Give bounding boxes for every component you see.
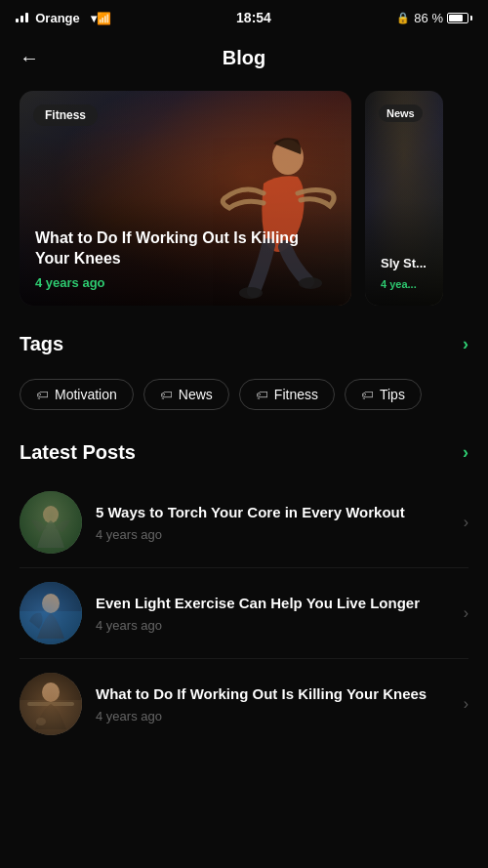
svg-rect-9 bbox=[20, 700, 82, 735]
post-3-time: 4 years ago bbox=[96, 709, 450, 723]
post-2-chevron-icon: › bbox=[464, 604, 468, 622]
tag-news[interactable]: 🏷 News bbox=[143, 379, 229, 410]
svg-rect-10 bbox=[27, 702, 74, 706]
card-1-title: What to Do If Working Out Is Killing You… bbox=[35, 228, 336, 269]
post-1-time: 4 years ago bbox=[96, 527, 450, 542]
svg-point-4 bbox=[43, 506, 59, 523]
svg-point-7 bbox=[42, 594, 60, 613]
featured-cards-scroll[interactable]: Fitness What to Do If Working Out Is Kil… bbox=[0, 81, 488, 315]
tag-news-label: News bbox=[179, 387, 213, 402]
page-header: ← Blog bbox=[0, 35, 488, 81]
post-item-2[interactable]: Even Light Exercise Can Help You Live Lo… bbox=[20, 568, 468, 659]
post-1-title: 5 Ways to Torch Your Core in Every Worko… bbox=[96, 503, 450, 522]
battery-icon bbox=[447, 13, 472, 23]
card-1-tag: Fitness bbox=[33, 104, 98, 126]
tag-tips[interactable]: 🏷 Tips bbox=[345, 379, 422, 410]
svg-point-12 bbox=[36, 718, 46, 725]
tags-section-header: Tags › bbox=[20, 333, 468, 355]
post-2-time: 4 years ago bbox=[96, 618, 450, 633]
tag-fitness[interactable]: 🏷 Fitness bbox=[239, 379, 335, 410]
latest-posts-section: Latest Posts › bbox=[0, 424, 488, 464]
svg-point-5 bbox=[20, 582, 82, 644]
wifi-icon: ▾📶 bbox=[91, 12, 111, 25]
post-3-thumb-svg bbox=[20, 673, 82, 735]
svg-point-3 bbox=[20, 491, 82, 554]
tag-motivation-icon: 🏷 bbox=[36, 388, 49, 402]
card-1-content: What to Do If Working Out Is Killing You… bbox=[35, 228, 336, 290]
status-bar: Orange ▾📶 18:54 🔒 86 % bbox=[0, 0, 488, 35]
tag-tips-label: Tips bbox=[380, 387, 405, 402]
featured-card-1[interactable]: Fitness What to Do If Working Out Is Kil… bbox=[20, 91, 351, 306]
post-2-thumbnail bbox=[20, 582, 82, 644]
card-2-content: Sly St... 4 yea... bbox=[381, 256, 427, 290]
post-1-info: 5 Ways to Torch Your Core in Every Worko… bbox=[96, 503, 450, 542]
post-2-info: Even Light Exercise Can Help You Live Lo… bbox=[96, 594, 450, 633]
tag-fitness-icon: 🏷 bbox=[256, 388, 268, 402]
battery-area: 🔒 86 % bbox=[396, 11, 472, 25]
card-2-title: Sly St... bbox=[381, 256, 427, 272]
post-3-info: What to Do If Working Out Is Killing You… bbox=[96, 684, 450, 723]
svg-point-8 bbox=[20, 673, 82, 735]
post-3-title: What to Do If Working Out Is Killing You… bbox=[96, 684, 450, 704]
latest-posts-title: Latest Posts bbox=[20, 441, 136, 464]
post-1-thumb-svg bbox=[20, 491, 82, 554]
posts-list: 5 Ways to Torch Your Core in Every Worko… bbox=[0, 477, 488, 749]
tags-section-title: Tags bbox=[20, 333, 63, 355]
back-button[interactable]: ← bbox=[20, 47, 39, 69]
time-label: 18:54 bbox=[236, 10, 271, 25]
tag-motivation[interactable]: 🏷 Motivation bbox=[20, 379, 134, 410]
svg-point-11 bbox=[42, 682, 60, 702]
latest-posts-header: Latest Posts › bbox=[20, 441, 468, 464]
tags-arrow-icon[interactable]: › bbox=[463, 334, 468, 354]
card-2-tag: News bbox=[379, 104, 423, 122]
lock-icon: 🔒 bbox=[396, 12, 410, 24]
battery-percent: 86 % bbox=[414, 11, 443, 25]
tag-fitness-label: Fitness bbox=[274, 387, 318, 402]
post-1-thumbnail bbox=[20, 491, 82, 554]
post-3-chevron-icon: › bbox=[464, 695, 468, 713]
latest-posts-arrow-icon[interactable]: › bbox=[463, 442, 468, 463]
tag-news-icon: 🏷 bbox=[160, 388, 173, 402]
tag-motivation-label: Motivation bbox=[55, 387, 117, 402]
tags-section: Tags › bbox=[0, 315, 488, 379]
post-2-thumb-svg bbox=[20, 582, 82, 644]
post-3-thumbnail bbox=[20, 673, 82, 735]
post-item-1[interactable]: 5 Ways to Torch Your Core in Every Worko… bbox=[20, 477, 468, 568]
post-2-title: Even Light Exercise Can Help You Live Lo… bbox=[96, 594, 450, 613]
post-item-3[interactable]: What to Do If Working Out Is Killing You… bbox=[20, 659, 468, 749]
card-2-time: 4 yea... bbox=[381, 278, 427, 290]
tags-row: 🏷 Motivation 🏷 News 🏷 Fitness 🏷 Tips bbox=[0, 379, 488, 424]
card-1-time: 4 years ago bbox=[35, 275, 336, 290]
page-title: Blog bbox=[223, 47, 265, 69]
svg-rect-6 bbox=[20, 611, 82, 644]
featured-card-2[interactable]: News Sly St... 4 yea... bbox=[365, 91, 443, 306]
signal-icon bbox=[16, 11, 28, 22]
tag-tips-icon: 🏷 bbox=[361, 388, 374, 402]
carrier-label: Orange ▾📶 bbox=[16, 11, 111, 25]
post-1-chevron-icon: › bbox=[464, 514, 468, 531]
